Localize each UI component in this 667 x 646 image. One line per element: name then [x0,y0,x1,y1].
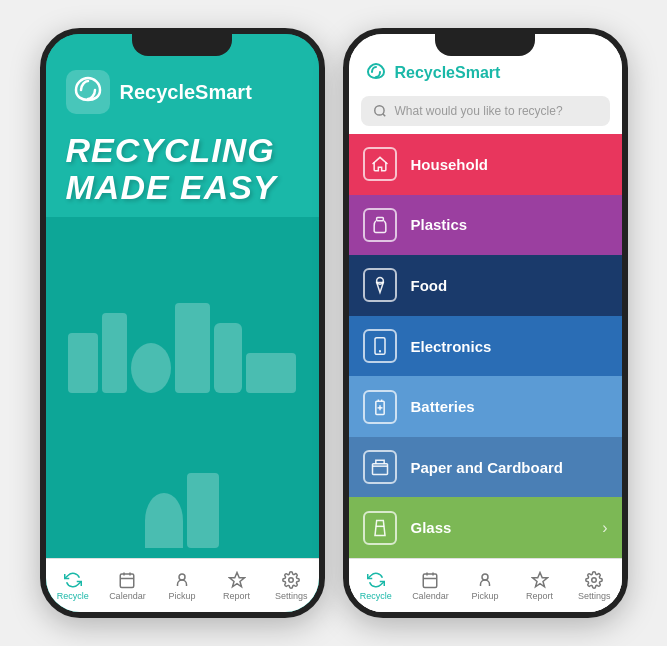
calendar-icon-right [421,571,439,589]
left-logo-area: RecycleSmart [46,34,319,124]
phone-icon [370,336,390,356]
nav-report-right[interactable]: Report [512,571,567,601]
nav-calendar-right[interactable]: Calendar [403,571,458,601]
house-icon [370,154,390,174]
tagline: RECYCLING MADE EASY [46,124,319,207]
nav-calendar-label-left: Calendar [109,591,146,601]
nav-settings-label-left: Settings [275,591,308,601]
category-paper[interactable]: Paper and Cardboard [349,437,622,498]
category-electronics[interactable]: Electronics [349,316,622,377]
category-plastics[interactable]: Plastics [349,195,622,256]
settings-icon-right [585,571,603,589]
right-header: RecycleSmart [349,34,622,92]
food-icon-box [363,268,397,302]
report-icon-left [228,571,246,589]
plastics-icon-box [363,208,397,242]
categories-list: Household Plastics [349,134,622,558]
nav-recycle-left[interactable]: Recycle [46,571,101,601]
nav-pickup-right[interactable]: Pickup [458,571,513,601]
svg-rect-0 [66,70,110,114]
svg-line-9 [382,114,385,117]
search-placeholder: What would you like to recycle? [395,104,563,118]
box-icon [370,457,390,477]
category-batteries[interactable]: Batteries [349,376,622,437]
nav-settings-label-right: Settings [578,591,611,601]
search-bar[interactable]: What would you like to recycle? [361,96,610,126]
electronics-label: Electronics [411,338,492,355]
svg-point-5 [179,574,185,580]
svg-rect-10 [376,217,383,220]
report-icon-right [531,571,549,589]
glass-icon-box [363,511,397,545]
nav-report-label-left: Report [223,591,250,601]
paper-icon-box [363,450,397,484]
pickup-icon-right [476,571,494,589]
icecream-icon [370,275,390,295]
svg-marker-27 [532,572,547,586]
svg-rect-19 [372,464,387,475]
food-label: Food [411,277,448,294]
nav-report-label-right: Report [526,591,553,601]
glass-label: Glass [411,519,452,536]
left-logo-icon [66,70,110,114]
nav-calendar-label-right: Calendar [412,591,449,601]
nav-pickup-label-left: Pickup [168,591,195,601]
nav-pickup-left[interactable]: Pickup [155,571,210,601]
calendar-icon-left [118,571,136,589]
nav-calendar-left[interactable]: Calendar [100,571,155,601]
nav-settings-left[interactable]: Settings [264,571,319,601]
category-glass[interactable]: Glass › [349,497,622,558]
settings-icon-left [282,571,300,589]
svg-point-26 [482,574,488,580]
left-bottom-nav: Recycle Calendar Pickup Report [46,558,319,612]
category-household[interactable]: Household [349,134,622,195]
bottle-icon [370,215,390,235]
category-food[interactable]: Food [349,255,622,316]
right-logo-text: RecycleSmart [395,64,501,82]
battery-icon [370,397,390,417]
nav-pickup-label-right: Pickup [471,591,498,601]
recycle-icon-right [367,571,385,589]
batteries-icon-box [363,390,397,424]
right-logo-icon [365,62,387,84]
nav-recycle-label-left: Recycle [57,591,89,601]
right-bottom-nav: Recycle Calendar Pickup Report [349,558,622,612]
paper-label: Paper and Cardboard [411,459,564,476]
left-phone: RecycleSmart RECYCLING MADE EASY [40,28,325,618]
nav-recycle-label-right: Recycle [360,591,392,601]
household-label: Household [411,156,489,173]
glass-chevron: › [602,519,607,537]
svg-rect-22 [424,574,438,588]
right-phone: RecycleSmart What would you like to recy… [343,28,628,618]
svg-rect-1 [121,574,135,588]
svg-marker-6 [229,572,244,586]
hero-image-area [46,217,319,558]
household-icon-box [363,147,397,181]
batteries-label: Batteries [411,398,475,415]
electronics-icon-box [363,329,397,363]
pickup-icon-left [173,571,191,589]
nav-settings-right[interactable]: Settings [567,571,622,601]
svg-point-7 [289,577,294,582]
left-logo-text: RecycleSmart [120,81,252,103]
plastics-label: Plastics [411,216,468,233]
svg-point-28 [592,577,597,582]
search-icon [373,104,387,118]
glass-icon [370,518,390,538]
nav-report-left[interactable]: Report [209,571,264,601]
nav-recycle-right[interactable]: Recycle [349,571,404,601]
svg-point-8 [374,106,383,115]
recycle-icon-left [64,571,82,589]
